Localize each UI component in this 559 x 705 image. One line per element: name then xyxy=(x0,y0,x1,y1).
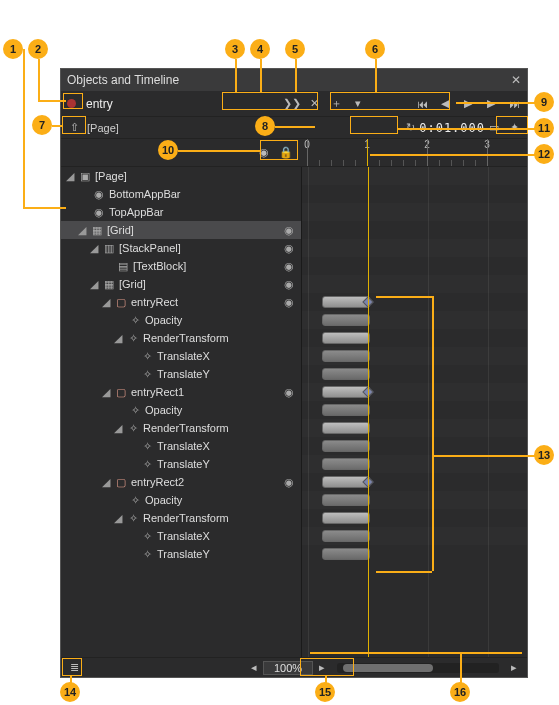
prop-icon: ✧ xyxy=(128,404,142,417)
tree-item-entryrect2[interactable]: entryRect2 xyxy=(131,476,184,488)
collapse-all-icon[interactable]: ❯❯ xyxy=(283,95,301,113)
tree-prop-ty[interactable]: TranslateY xyxy=(157,368,210,380)
callout-9: 9 xyxy=(534,92,554,112)
panel-header: Objects and Timeline ✕ xyxy=(61,69,527,91)
keyframe-bar[interactable] xyxy=(322,368,370,380)
expander-icon[interactable]: ◢ xyxy=(101,296,111,309)
callout-5: 5 xyxy=(285,39,305,59)
visibility-toggle[interactable]: ◉ xyxy=(281,278,297,291)
eye-icon: ◉ xyxy=(92,206,106,219)
panel-close-button[interactable]: ✕ xyxy=(511,73,521,87)
prop-icon: ✧ xyxy=(128,494,142,507)
keyframe-bar[interactable] xyxy=(322,314,370,326)
hide-all-icon[interactable]: ◉ xyxy=(255,144,273,162)
tree-item-textblock[interactable]: [TextBlock] xyxy=(133,260,186,272)
view-mode-button[interactable]: ≣ xyxy=(65,659,83,677)
scope-up-button[interactable]: ⇧ xyxy=(65,119,83,137)
callout-4: 4 xyxy=(250,39,270,59)
keyframe-bar[interactable] xyxy=(322,422,370,434)
expander-icon[interactable]: ◢ xyxy=(101,476,111,489)
tree-prop-tx[interactable]: TranslateX xyxy=(157,530,210,542)
expander-icon[interactable]: ◢ xyxy=(77,224,87,237)
time-ruler[interactable]: 0 1 2 3 xyxy=(301,139,527,166)
tree-item-page[interactable]: [Page] xyxy=(95,170,127,182)
rect-icon: ▢ xyxy=(114,296,128,309)
keyframe-bar[interactable] xyxy=(322,494,370,506)
expander-icon[interactable]: ◢ xyxy=(113,422,123,435)
prop-icon: ✧ xyxy=(140,350,154,363)
tree-prop-tx[interactable]: TranslateX xyxy=(157,440,210,452)
keyframe-bar[interactable] xyxy=(322,548,370,560)
callout-8: 8 xyxy=(255,116,275,136)
object-tree[interactable]: ◢▣[Page] ◉BottomAppBar ◉TopAppBar ◢▦[Gri… xyxy=(61,167,301,657)
tree-prop-rendertransform[interactable]: RenderTransform xyxy=(143,422,229,434)
tree-prop-opacity[interactable]: Opacity xyxy=(145,494,182,506)
keyframe-bar[interactable] xyxy=(322,386,370,398)
tree-item-grid2[interactable]: [Grid] xyxy=(119,278,146,290)
close-storyboard-button[interactable]: ✕ xyxy=(305,95,323,113)
tree-prop-opacity[interactable]: Opacity xyxy=(145,314,182,326)
lock-all-icon[interactable]: 🔒 xyxy=(277,144,295,162)
expander-icon[interactable]: ◢ xyxy=(113,332,123,345)
expander-icon[interactable]: ◢ xyxy=(101,386,111,399)
callout-16: 16 xyxy=(450,682,470,702)
keyframe-bar[interactable] xyxy=(322,476,370,488)
expander-icon[interactable]: ◢ xyxy=(89,278,99,291)
keyframe-bar[interactable] xyxy=(322,512,370,524)
keyframe-bar[interactable] xyxy=(322,440,370,452)
keyframe-bar[interactable] xyxy=(322,458,370,470)
storyboard-dropdown-icon[interactable]: ▾ xyxy=(349,95,367,113)
keyframe-bar[interactable] xyxy=(322,350,370,362)
zoom-out-button[interactable]: ◂ xyxy=(245,659,263,677)
record-indicator[interactable] xyxy=(67,99,76,108)
callout-2: 2 xyxy=(28,39,48,59)
zoom-in-button[interactable]: ▸ xyxy=(313,659,331,677)
rect-icon: ▢ xyxy=(114,386,128,399)
grid-icon: ▦ xyxy=(102,278,116,291)
horizontal-scrollbar[interactable] xyxy=(337,663,499,673)
scroll-right-button[interactable]: ▸ xyxy=(505,659,523,677)
step-back-button[interactable]: ◀ xyxy=(436,95,454,113)
tree-prop-ty[interactable]: TranslateY xyxy=(157,458,210,470)
keyframe-bar[interactable] xyxy=(322,404,370,416)
visibility-toggle[interactable]: ◉ xyxy=(281,386,297,399)
tree-prop-rendertransform[interactable]: RenderTransform xyxy=(143,512,229,524)
tree-prop-rendertransform[interactable]: RenderTransform xyxy=(143,332,229,344)
visibility-toggle[interactable]: ◉ xyxy=(281,476,297,489)
tree-prop-opacity[interactable]: Opacity xyxy=(145,404,182,416)
prop-icon: ✧ xyxy=(126,332,140,345)
expander-icon[interactable]: ◢ xyxy=(113,512,123,525)
objects-and-timeline-panel: Objects and Timeline ✕ entry ❯❯ ✕ ＋ ▾ ⏮ … xyxy=(60,68,528,678)
tree-item-grid[interactable]: [Grid] xyxy=(107,224,134,236)
tree-item-bottomappbar[interactable]: BottomAppBar xyxy=(109,188,181,200)
callout-13: 13 xyxy=(534,445,554,465)
keyframe-bar[interactable] xyxy=(322,296,370,308)
zoom-level[interactable]: 100% xyxy=(263,661,313,675)
panel-footer: ≣ ◂ 100% ▸ ▸ xyxy=(61,657,527,677)
visibility-toggle[interactable]: ◉ xyxy=(281,260,297,273)
expander-icon[interactable]: ◢ xyxy=(89,242,99,255)
grid-icon: ▦ xyxy=(90,224,104,237)
playhead[interactable] xyxy=(367,139,368,166)
keyframe-bar[interactable] xyxy=(322,332,370,344)
go-to-first-button[interactable]: ⏮ xyxy=(413,95,431,113)
stackpanel-icon: ▥ xyxy=(102,242,116,255)
tree-prop-ty[interactable]: TranslateY xyxy=(157,548,210,560)
ruler-row: ◉ 🔒 0 1 2 3 xyxy=(61,139,527,167)
new-storyboard-button[interactable]: ＋ xyxy=(327,95,345,113)
timeline-lanes[interactable] xyxy=(301,167,527,657)
tree-item-entryrect[interactable]: entryRect xyxy=(131,296,178,308)
tree-item-entryrect1[interactable]: entryRect1 xyxy=(131,386,184,398)
visibility-toggle[interactable]: ◉ xyxy=(281,242,297,255)
tree-prop-tx[interactable]: TranslateX xyxy=(157,350,210,362)
tree-item-stackpanel[interactable]: [StackPanel] xyxy=(119,242,181,254)
tree-item-topappbar[interactable]: TopAppBar xyxy=(109,206,163,218)
visibility-toggle[interactable]: ◉ xyxy=(281,224,297,237)
storyboard-name[interactable]: entry xyxy=(84,97,279,111)
keyframe-bar[interactable] xyxy=(322,530,370,542)
callout-11: 11 xyxy=(534,118,554,138)
prop-icon: ✧ xyxy=(140,440,154,453)
expander-icon[interactable]: ◢ xyxy=(65,170,75,183)
visibility-toggle[interactable]: ◉ xyxy=(281,296,297,309)
playhead-line[interactable] xyxy=(368,167,369,657)
